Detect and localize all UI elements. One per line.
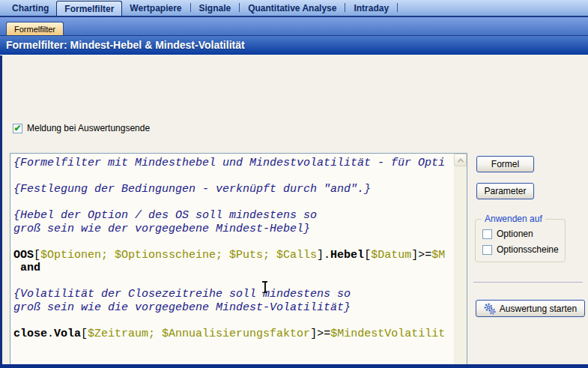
code-line[interactable]: groß sein wie der vorgegebene Mindest-He… bbox=[13, 223, 454, 236]
scroll-up-button[interactable] bbox=[454, 154, 467, 166]
code-line[interactable]: {Festlegung der Bedingungen - verknüpft … bbox=[13, 183, 454, 196]
tab-intraday[interactable]: Intraday bbox=[346, 0, 396, 16]
vertical-scrollbar[interactable] bbox=[454, 154, 467, 368]
tab-separator bbox=[190, 3, 191, 12]
formula-editor[interactable]: {Formelfilter mit Mindesthebel und Minde… bbox=[10, 153, 467, 368]
code-line[interactable]: groß sein wie die vorgegebene Mindest-Vo… bbox=[13, 301, 454, 315]
window-bottom-border bbox=[0, 364, 588, 368]
tab-wertpapiere[interactable]: Wertpapiere bbox=[122, 0, 189, 16]
page-title: Formelfilter: Mindest-Hebel & Mindest-Vo… bbox=[0, 36, 588, 55]
tab-separator bbox=[239, 3, 240, 12]
run-button-label: Auswertung starten bbox=[500, 304, 577, 314]
subtab-formelfilter[interactable]: Formelfilter bbox=[6, 22, 64, 35]
sub-tab-bar: Formelfilter bbox=[0, 17, 588, 36]
optionen-checkbox-row: ✔ Optionen bbox=[482, 229, 533, 239]
parameter-button[interactable]: Parameter bbox=[476, 183, 534, 199]
panel-separator bbox=[473, 282, 583, 283]
meldung-checkbox-row: ✔ Meldung bei Auswertungsende bbox=[13, 123, 150, 133]
optionen-checkbox-label: Optionen bbox=[497, 229, 533, 239]
code-line[interactable] bbox=[13, 275, 454, 289]
gears-icon bbox=[484, 303, 496, 315]
code-content[interactable]: {Formelfilter mit Mindesthebel und Minde… bbox=[10, 154, 454, 368]
code-line[interactable]: {Volatilität der Closezeitreihe soll min… bbox=[13, 288, 454, 301]
code-line[interactable] bbox=[13, 170, 454, 184]
text-cursor-pointer bbox=[261, 281, 268, 293]
code-line[interactable] bbox=[13, 196, 454, 210]
optionsscheine-checkbox[interactable]: ✔ bbox=[482, 245, 492, 255]
tab-quantitative-analyse[interactable]: Quantitative Analyse bbox=[240, 0, 344, 16]
chevron-up-icon bbox=[457, 158, 463, 164]
optionsscheine-checkbox-row: ✔ Optionsscheine bbox=[482, 244, 559, 255]
code-line[interactable] bbox=[13, 314, 454, 328]
code-line[interactable]: and bbox=[13, 262, 454, 275]
code-line[interactable]: {Formelfilter mit Mindesthebel und Minde… bbox=[13, 157, 454, 170]
code-line[interactable]: close.Vola[$Zeitraum; $Annualisierungsfa… bbox=[13, 328, 454, 341]
tab-signale[interactable]: Signale bbox=[192, 0, 239, 16]
main-tab-bar: Charting Formelfilter Wertpapiere Signal… bbox=[0, 0, 588, 17]
group-title: Anwenden auf bbox=[482, 214, 545, 224]
check-icon: ✔ bbox=[13, 124, 21, 133]
content-area: ✔ Meldung bei Auswertungsende {Formelfil… bbox=[0, 55, 588, 364]
meldung-checkbox[interactable]: ✔ bbox=[13, 124, 22, 133]
tab-formelfilter[interactable]: Formelfilter bbox=[56, 1, 122, 16]
code-line[interactable]: OOS[$Optionen; $Optionsscheine; $Puts; $… bbox=[13, 249, 454, 262]
meldung-checkbox-label: Meldung bei Auswertungsende bbox=[27, 123, 150, 133]
tab-separator bbox=[397, 3, 398, 12]
anwenden-auf-group: Anwenden auf ✔ Optionen ✔ Optionsscheine bbox=[475, 219, 566, 262]
auswertung-starten-button[interactable]: Auswertung starten bbox=[476, 300, 585, 317]
code-line[interactable]: {Hebel der Option / des OS soll mindeste… bbox=[13, 209, 454, 223]
optionen-checkbox[interactable]: ✔ bbox=[482, 229, 492, 239]
formel-button[interactable]: Formel bbox=[476, 156, 534, 172]
tab-charting[interactable]: Charting bbox=[4, 0, 56, 16]
optionsscheine-checkbox-label: Optionsscheine bbox=[497, 244, 559, 255]
app-window: Charting Formelfilter Wertpapiere Signal… bbox=[0, 0, 588, 368]
code-line[interactable] bbox=[13, 235, 454, 249]
tab-separator bbox=[345, 3, 345, 12]
